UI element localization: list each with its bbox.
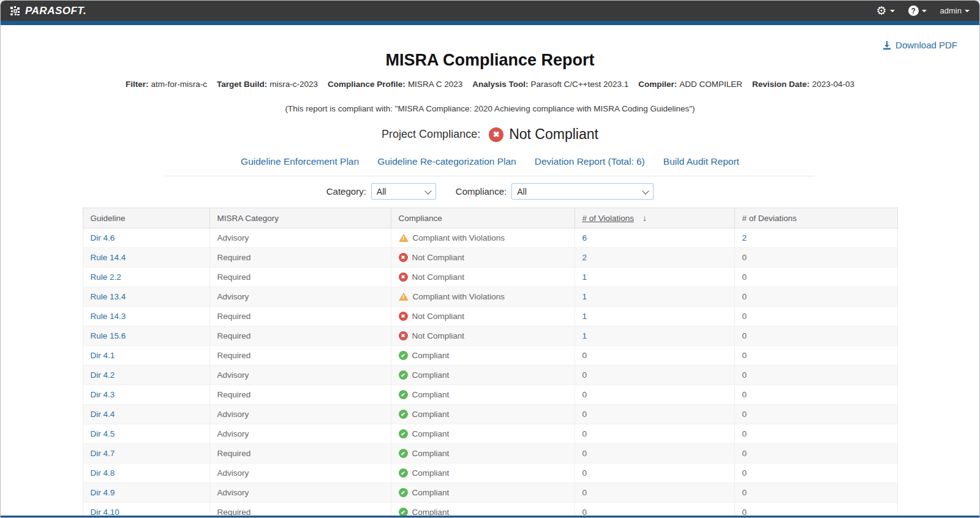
deviations-value[interactable]: 2 — [742, 233, 747, 242]
category-cell: Advisory — [209, 287, 391, 307]
chevron-down-icon — [890, 10, 895, 12]
category-cell: Advisory — [209, 366, 391, 385]
violations-value[interactable]: 6 — [582, 233, 587, 242]
project-compliance-label: Project Compliance: — [382, 128, 480, 141]
divider — [165, 176, 815, 176]
compliance-cell: ✔ Compliant — [399, 405, 567, 424]
compliance-cell: Compliant with Violations — [399, 228, 567, 247]
settings-menu[interactable]: ⚙ — [876, 5, 895, 17]
table-row: Dir 4.9 Advisory ✔ Compliant 0 0 — [83, 483, 897, 503]
table-row: Rule 14.4 Required ✖ Not Compliant 2 0 — [83, 248, 897, 268]
table-row: Dir 4.7 Required ✔ Compliant 0 0 — [83, 444, 897, 464]
deviations-value: 0 — [742, 429, 747, 438]
guideline-link[interactable]: Dir 4.9 — [91, 488, 115, 497]
guideline-link[interactable]: Rule 15.6 — [91, 331, 126, 340]
violations-value[interactable]: 1 — [582, 312, 587, 321]
category-filter-label: Category: — [326, 186, 366, 197]
check-circle-icon: ✔ — [399, 488, 408, 497]
meta-analysis-tool: Analysis Tool:Parasoft C/C++test 2023.1 — [472, 80, 628, 89]
category-cell: Required — [209, 248, 391, 268]
report-links: Guideline Enforcement Plan Guideline Re-… — [1, 156, 979, 167]
compliance-label: Compliant — [412, 370, 450, 380]
column-header-misra-category[interactable]: MISRA Category — [209, 208, 391, 228]
user-label: admin — [940, 6, 962, 15]
compliance-select[interactable]: All — [511, 183, 654, 200]
category-cell: Advisory — [209, 405, 391, 424]
category-cell: Required — [209, 268, 391, 287]
compliance-cell: ✖ Not Compliant — [399, 268, 567, 287]
guideline-link[interactable]: Rule 2.2 — [91, 272, 121, 282]
guideline-link[interactable]: Dir 4.7 — [91, 449, 115, 458]
category-filter: Category: All — [326, 183, 436, 200]
compliance-cell: Compliant with Violations — [399, 287, 567, 306]
report-meta: Filter:atm-for-misra-c Target Build:misr… — [1, 80, 979, 89]
link-deviation-report[interactable]: Deviation Report (Total: 6) — [535, 156, 645, 167]
category-select[interactable]: All — [371, 183, 436, 200]
compliance-label: Compliant — [412, 351, 450, 360]
violations-value[interactable]: 1 — [582, 331, 587, 340]
download-pdf-label: Download PDF — [895, 40, 957, 50]
compliance-note: (This report is compliant with: "MISRA C… — [1, 104, 979, 113]
report-page: PARASOFT. ⚙ ? admin Download PDF MISRA C… — [0, 0, 980, 518]
link-build-audit-report[interactable]: Build Audit Report — [663, 156, 739, 167]
compliance-label: Compliant — [412, 449, 450, 458]
deviations-value: 0 — [742, 272, 747, 282]
compliance-label: Compliant — [412, 410, 450, 419]
violations-value[interactable]: 2 — [582, 253, 587, 262]
compliance-label: Compliant — [412, 488, 450, 497]
x-circle-icon: ✖ — [399, 272, 408, 282]
check-circle-icon: ✔ — [399, 370, 408, 380]
guideline-link[interactable]: Rule 13.4 — [91, 292, 126, 301]
meta-compliance-profile: Compliance Profile:MISRA C 2023 — [328, 80, 462, 89]
compliance-cell: ✔ Compliant — [399, 424, 567, 443]
column-header-violations[interactable]: # of Violations↓ — [575, 208, 734, 228]
guideline-link[interactable]: Dir 4.5 — [91, 429, 115, 438]
guideline-link[interactable]: Dir 4.8 — [91, 468, 115, 478]
table-header-row: Guideline MISRA Category Compliance # of… — [83, 208, 897, 228]
user-menu[interactable]: admin — [940, 6, 970, 15]
table-row: Rule 2.2 Required ✖ Not Compliant 1 0 — [83, 268, 897, 287]
guideline-link[interactable]: Rule 14.3 — [91, 312, 126, 321]
guideline-link[interactable]: Dir 4.2 — [91, 370, 115, 380]
violations-value[interactable]: 1 — [582, 272, 587, 282]
deviations-value: 0 — [742, 410, 747, 419]
column-header-guideline[interactable]: Guideline — [83, 208, 209, 228]
violations-value[interactable]: 1 — [582, 292, 587, 301]
violations-value: 0 — [582, 410, 587, 419]
download-pdf-button[interactable]: Download PDF — [882, 40, 957, 50]
guideline-link[interactable]: Dir 4.6 — [91, 233, 115, 242]
table-row: Dir 4.8 Advisory ✔ Compliant 0 0 — [83, 464, 897, 483]
table-row: Dir 4.3 Required ✔ Compliant 0 0 — [83, 385, 897, 405]
meta-compiler: Compiler:ADD COMPILER — [638, 80, 742, 89]
category-cell: Advisory — [209, 228, 391, 248]
violations-value: 0 — [582, 429, 587, 438]
column-header-compliance[interactable]: Compliance — [391, 208, 575, 228]
chevron-down-icon — [965, 10, 970, 12]
category-cell: Required — [209, 307, 391, 326]
category-cell: Required — [209, 385, 391, 405]
guideline-link[interactable]: Rule 14.4 — [91, 253, 126, 262]
x-circle-icon: ✖ — [489, 127, 503, 142]
table-row: Dir 4.4 Advisory ✔ Compliant 0 0 — [83, 405, 897, 424]
top-navbar: PARASOFT. ⚙ ? admin — [1, 1, 979, 21]
table-row: Dir 4.2 Advisory ✔ Compliant 0 0 — [83, 366, 897, 385]
compliance-label: Not Compliant — [412, 253, 465, 262]
parasoft-logo[interactable]: PARASOFT. — [9, 5, 86, 17]
guideline-link[interactable]: Dir 4.1 — [91, 351, 115, 360]
link-guideline-enforcement-plan[interactable]: Guideline Enforcement Plan — [241, 156, 359, 167]
column-header-deviations[interactable]: # of Deviations — [734, 208, 897, 228]
x-circle-icon: ✖ — [399, 253, 408, 262]
meta-revision-date: Revision Date:2023-04-03 — [752, 80, 854, 89]
guideline-link[interactable]: Dir 4.4 — [91, 410, 115, 419]
link-guideline-recategorization-plan[interactable]: Guideline Re-categorization Plan — [377, 156, 516, 167]
check-circle-icon: ✔ — [399, 410, 408, 419]
category-cell: Required — [209, 346, 391, 366]
guideline-link[interactable]: Dir 4.3 — [91, 390, 115, 399]
compliance-cell: ✔ Compliant — [399, 385, 567, 404]
compliance-cell: ✔ Compliant — [399, 444, 567, 463]
compliance-cell: ✔ Compliant — [399, 346, 567, 365]
compliance-cell: ✖ Not Compliant — [399, 326, 567, 345]
help-menu[interactable]: ? — [908, 6, 927, 16]
compliance-cell: ✔ Compliant — [399, 366, 567, 385]
table-row: Dir 4.6 Advisory Compliant with Violatio… — [83, 228, 897, 248]
